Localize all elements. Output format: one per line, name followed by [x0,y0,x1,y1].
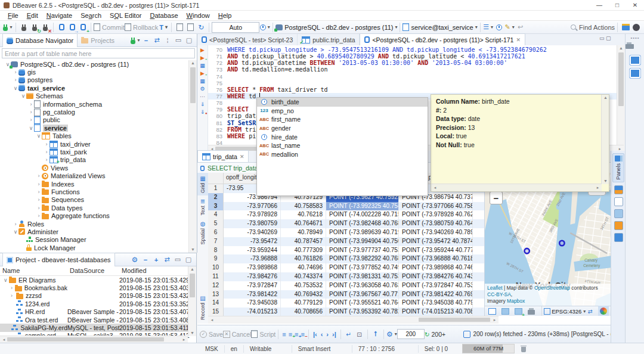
code-line-71[interactable]: 71AND td.pickup_latitude > 40.6895402780… [208,53,617,60]
nav-new-connection-button[interactable]: ▾ [130,35,141,46]
cell-dropoff-latitude[interactable]: 40.743374 [281,272,326,281]
row-number[interactable]: 1 [208,184,224,193]
cell-dropoff-longitude[interactable]: -74.015213 [224,308,281,316]
tab-database-navigator[interactable]: Database Navigator [2,33,78,47]
value-viewer-panel-button[interactable] [614,185,623,194]
nav-collapse-all-button[interactable]: − [141,35,151,46]
nav-maximize-button[interactable]: ▢ [184,35,194,46]
autocomplete-item-first_name[interactable]: ABCfirst_name [257,115,428,124]
expand-icon[interactable]: › [36,205,42,211]
row-number[interactable]: 4 [208,210,224,219]
strip-handle[interactable]: •••• [626,35,644,41]
attribution-link[interactable]: OpenStreetMap [534,285,570,291]
menu-search[interactable]: Search [76,12,106,19]
focus-cell-button[interactable]: ⊡ [354,329,365,340]
project-row[interactable]: ∨ ER Diagrams 2019-08-15 23:01:53.429 [0,276,196,284]
cell-dropoff-latitude[interactable]: 40.78949 [281,228,326,237]
export-result-button[interactable]: ⭡ [370,329,381,340]
row-number[interactable]: 15 [208,308,224,316]
presentation-tab-spatial[interactable]: ◍ Spatial [197,218,208,247]
reconnect-button[interactable]: ↻ [29,22,40,33]
cell-dropoff-latitude[interactable]: 40.764671 [281,219,326,228]
save-as-button[interactable] [185,22,196,33]
expand-icon[interactable]: › [11,285,15,291]
cell-dropoff-latitude[interactable]: 40.769432 [281,290,326,299]
transaction-mode-button[interactable]: T▾ [158,22,169,33]
column-datasource[interactable]: DataSource [67,266,119,275]
tab-project[interactable]: Project - dbeaver-test-databases [2,253,115,266]
tree-item-data-types[interactable]: › Data types [0,204,188,212]
row-number[interactable]: 12 [208,281,224,290]
project-row[interactable]: › Bookmarks.bak 2019-08-15 23:01:53.403 [0,284,196,291]
cell-pickup-point[interactable]: POINT (-73.982292 40.768471) [326,254,399,263]
cell-dropoff-latitude[interactable]: 40.777309 [281,246,326,255]
find-actions[interactable]: Find Actions [571,24,615,31]
metadata-panel-button[interactable] [614,221,623,230]
expand-icon[interactable]: › [44,157,49,163]
goto-row-button[interactable]: ↵ [343,329,354,340]
script-result-button[interactable]: Script [251,329,275,340]
tree-item-public[interactable]: › public [0,116,188,124]
project-hscrollbar[interactable]: ◂ ▸ [0,336,188,343]
cell-dropoff-point[interactable]: POINT (-73.984276 40.743374) [399,272,473,281]
tree-item-taxi-service[interactable]: ∨ taxi_service [0,84,188,92]
sql-editor-button[interactable] [56,22,67,33]
expand-icon[interactable]: › [28,101,34,107]
cancel-result-button[interactable]: ✕ Cancel [223,329,252,340]
map-export-image-button[interactable]: + [513,306,524,316]
new-sql-editor-button[interactable]: + [78,22,88,33]
tree-item-administer[interactable]: ∨ Administer [0,228,188,235]
column-name[interactable]: Name [0,266,67,275]
autocomplete-item-emp_no[interactable]: 123emp_no [257,107,428,116]
fetch-more-button[interactable]: ↻ 200+ [425,329,445,340]
refresh-button[interactable]: ↻ [196,22,206,33]
calendar-perspective-button[interactable] [620,22,631,33]
next-row-button[interactable]: › [324,331,330,338]
cell-dropoff-longitude[interactable]: -73.980759 [224,219,281,228]
cell-dropoff-point[interactable]: POINT (-73.980759 40.764671) [399,219,473,228]
cell-dropoff-point[interactable]: POINT (-73.972847 40.753532) [399,281,473,290]
map-image-button[interactable] [500,306,510,316]
expand-icon[interactable]: › [44,141,49,147]
autocomplete-item-medallion[interactable]: ABCmedallion [257,150,428,159]
menu-window[interactable]: Window [182,12,214,19]
dbeaver-perspective-button[interactable] [631,22,642,33]
tree-item-information-schema[interactable]: › information_schema [0,100,188,108]
row-number[interactable]: 6 [208,228,224,237]
save-button[interactable] [174,22,185,33]
row-number[interactable]: 7 [208,237,224,246]
map-flip-coordinates-button[interactable]: ⇄ [585,306,596,316]
presentation-tab-record[interactable]: ▤ Record [197,293,208,322]
close-tab-icon[interactable]: ✕ [516,37,521,43]
execute-statement-button[interactable]: ▶ [199,47,207,53]
project-row[interactable]: › zzzsd 2019-08-15 23:01:53.432 [0,292,196,300]
close-tab-icon[interactable]: ✕ [240,154,244,160]
menu-file[interactable]: File [4,12,23,19]
project-minimize-button[interactable]: ▭ [172,254,183,265]
menu-database[interactable]: Database [145,12,182,19]
load-script-button[interactable]: ⇓ [199,101,207,107]
tree-item-taxi-driver[interactable]: › taxi_driver [0,140,188,148]
aggregate-panel-button[interactable] [614,197,623,206]
tree-item-tables[interactable]: ∨ Tables [0,132,188,140]
status-caret-position[interactable]: 77 : 10 : 2756 [352,345,419,353]
execute-file-script-button[interactable]: ▦ [199,78,207,84]
tree-item-roles[interactable]: › Roles [0,220,188,228]
execute-multi-tab-button[interactable]: ▶+ [199,70,207,76]
cell-dropoff-point[interactable]: POINT (-73.981422 40.769432) [399,290,473,299]
toggle-outline-button[interactable] [629,55,641,66]
project-expand-button[interactable]: + [151,254,162,265]
tooltip-hscrollbar[interactable]: ◂▸ [431,184,602,191]
editor-minimize-button[interactable]: ▭ ▢ [599,35,611,41]
row-number[interactable]: 9 [208,254,224,263]
transaction-log-button[interactable]: ▾ [259,22,270,33]
project-row[interactable]: Ora test.erd DBeaver Sample - orcl 2019-… [0,316,196,324]
table-filter-input[interactable]: Enter a part of table name here [2,48,195,58]
tree-item-pg-catalog[interactable]: › pg_catalog [0,108,188,116]
maximize-button[interactable]: □ [608,0,626,10]
cell-dropoff-latitude[interactable]: 40.787457 [281,237,326,246]
cell-dropoff-longitude[interactable]: -73.977066 [224,202,281,211]
menu-help[interactable]: Help [214,12,236,19]
map-zoom-out-button[interactable]: − [490,191,503,204]
save-script-button[interactable]: ⇓● [199,109,207,115]
